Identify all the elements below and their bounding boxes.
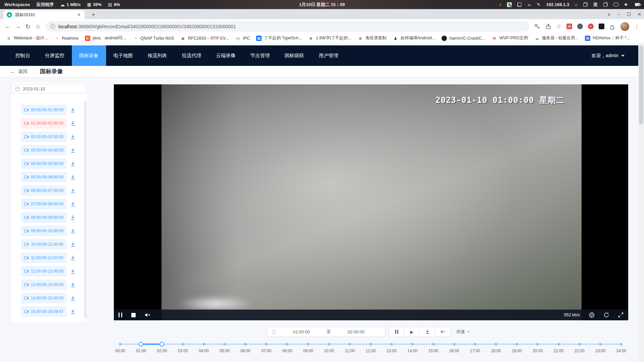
clock[interactable]: 1月10日 星期二 15：09 — [299, 0, 345, 9]
bookmark-item[interactable]: ▤ IPC — [232, 34, 252, 42]
recording-segment-button[interactable]: 15:00:00-15:09:47 — [21, 307, 66, 317]
bookmark-item[interactable]: N HDAtmos :: 种子 *... — [582, 34, 633, 42]
download-segment-button[interactable] — [70, 161, 76, 167]
bookmark-item[interactable]: ◔ QNAP Turbo NAS — [130, 34, 177, 42]
nav-item[interactable]: 国标级联 — [277, 45, 312, 66]
bookmark-item[interactable]: ⊕ 1.8W字|了不起的... — [306, 34, 354, 42]
pause-icon[interactable] — [119, 313, 122, 317]
mute-icon[interactable] — [145, 313, 150, 317]
bookmark-item[interactable]: 知 了不起的 TypeScri... — [254, 34, 305, 42]
playback-timeline[interactable]: 00:00 01:00 02:00 03:00 04:00 05:00 06:0… — [120, 339, 621, 358]
applications-menu[interactable]: 应用程序 — [36, 2, 54, 8]
recording-segment-button[interactable]: 02:00:00-03:00:00 — [21, 132, 66, 142]
sidebar-scrollbar[interactable] — [84, 101, 86, 319]
note-icon[interactable]: ♪ — [499, 2, 501, 7]
clipboard-icon[interactable] — [517, 2, 521, 7]
nav-item[interactable]: 电子地图 — [106, 45, 140, 66]
timeline-handle[interactable] — [159, 342, 164, 347]
playback-speed-dropdown[interactable]: 倍速 — [455, 327, 471, 337]
recording-segment-button[interactable]: 00:00:00-01:00:00 — [21, 105, 66, 115]
pause-button[interactable] — [389, 327, 404, 337]
home-network-icon[interactable]: ⌂ — [575, 2, 578, 7]
nav-item[interactable]: 用户管理 — [312, 45, 346, 66]
back-button[interactable]: ← — [3, 22, 13, 32]
download-segment-button[interactable] — [70, 148, 76, 153]
extension-js-icon[interactable]: JS — [566, 24, 572, 29]
volume-icon[interactable] — [624, 2, 629, 7]
input-method-icon[interactable]: A — [507, 2, 512, 7]
download-segment-button[interactable] — [70, 174, 76, 180]
bookmark-item[interactable]: ◉ RFC2833 – RTP EV... — [178, 34, 231, 42]
stop-icon[interactable] — [131, 313, 136, 317]
recording-segment-button[interactable]: 14:00:00-15:00:00 — [21, 293, 66, 303]
download-segment-button[interactable] — [70, 215, 76, 220]
tab-close-icon[interactable]: ✕ — [77, 12, 81, 17]
new-tab-button[interactable]: + — [89, 11, 97, 19]
window-minimize-button[interactable]: – — [618, 12, 620, 17]
fullscreen-icon[interactable] — [618, 312, 624, 318]
download-segment-button[interactable] — [70, 228, 76, 234]
forward-button[interactable]: → — [13, 22, 23, 32]
nav-item[interactable]: 国标设备 — [72, 45, 106, 66]
time-range-input[interactable]: 01:00:00 至 02:00:00 — [267, 327, 385, 337]
nav-item[interactable]: 拉流代理 — [175, 45, 209, 66]
recording-segment-button[interactable]: 03:00:00-04:00:00 — [21, 145, 66, 155]
download-segment-button[interactable] — [70, 188, 76, 194]
recording-segment-button[interactable]: 12:00:00-13:00:00 — [21, 266, 66, 276]
recording-segment-button[interactable]: 13:00:00-14:00:00 — [21, 280, 66, 290]
back-arrow-icon[interactable]: ← — [10, 68, 16, 75]
page-scrollbar[interactable] — [638, 43, 644, 362]
recording-segment-button[interactable]: 11:00:00-12:00:00 — [21, 253, 66, 263]
download-segment-button[interactable] — [70, 309, 76, 315]
bookmark-item[interactable]: hairrrrr/C-CrashC... — [439, 34, 488, 42]
download-segment-button[interactable] — [70, 107, 76, 113]
download-segment-button[interactable] — [70, 201, 76, 207]
extensions-puzzle-icon[interactable] — [609, 24, 615, 30]
download-segment-button[interactable] — [70, 269, 76, 274]
bookmark-item[interactable]: ♟ 如何编译Android... — [390, 34, 438, 42]
window-maximize-button[interactable] — [627, 12, 631, 16]
recording-segment-button[interactable]: 08:00:00-09:00:00 — [21, 212, 66, 223]
nav-item[interactable]: 控制台 — [8, 45, 38, 66]
recording-segment-button[interactable]: 09:00:00-10:00:00 — [21, 226, 66, 236]
bookmarks-overflow-button[interactable]: » — [638, 0, 641, 9]
bookmark-item[interactable]: ≋ Webstack - 设计... — [3, 34, 50, 42]
recording-segment-button[interactable]: 07:00:00-08:00:00 — [21, 199, 66, 209]
download-button[interactable] — [420, 327, 435, 337]
browser-menu-icon[interactable]: ⋮ — [634, 24, 639, 30]
recording-segment-button[interactable]: 10:00:00-11:00:00 — [21, 239, 66, 249]
download-segment-button[interactable] — [70, 121, 76, 126]
bookmark-item[interactable]: C java、android可... — [82, 34, 129, 42]
bookmark-star-icon[interactable]: ☆ — [556, 23, 561, 30]
end-time-value[interactable]: 02:00:00 — [331, 329, 381, 334]
recording-segment-button[interactable]: 04:00:00-05:00:00 — [21, 159, 66, 169]
password-key-icon[interactable] — [534, 24, 540, 30]
recording-segment-button[interactable]: 06:00:00-07:00:00 — [21, 186, 66, 196]
extension-gray-icon[interactable] — [577, 24, 583, 29]
display-icon[interactable] — [613, 3, 618, 6]
share-icon[interactable] — [545, 24, 551, 30]
snapshot-aperture-icon[interactable] — [589, 312, 595, 318]
tab-search-icon[interactable]: ∨ — [607, 12, 611, 17]
site-info-icon[interactable]: ⓘ — [50, 24, 55, 30]
video-player[interactable]: 2023-01-10 01:00:00 星期二 552 kb/s — [114, 84, 628, 320]
nav-item[interactable]: 云端录像 — [209, 45, 243, 66]
workspaces-button[interactable]: Workspaces — [4, 2, 30, 7]
nav-item[interactable]: 推流列表 — [140, 45, 175, 66]
window-close-button[interactable]: ✕ — [638, 12, 641, 17]
bookmark-item[interactable]: ☁ 服务器 - 轻量应用... — [532, 34, 581, 42]
bookmark-item[interactable]: ⊕ 免登录复制 — [355, 34, 389, 42]
page-scrollbar-thumb[interactable] — [639, 45, 643, 124]
home-button[interactable]: ⌂ — [33, 22, 43, 32]
workspace-switcher-icon[interactable] — [603, 2, 608, 7]
extension-dark-icon[interactable] — [599, 24, 604, 29]
timeline-handle[interactable] — [139, 342, 143, 347]
profile-avatar[interactable] — [620, 22, 629, 31]
play-button[interactable]: ▶ — [404, 327, 420, 337]
download-segment-button[interactable] — [70, 255, 76, 261]
refresh-icon[interactable] — [604, 312, 609, 318]
reload-button[interactable]: ↻ — [23, 22, 33, 32]
download-segment-button[interactable] — [70, 134, 76, 140]
seek-back-button[interactable] — [435, 327, 451, 337]
ime-language-indicator[interactable]: 英 — [593, 2, 598, 8]
